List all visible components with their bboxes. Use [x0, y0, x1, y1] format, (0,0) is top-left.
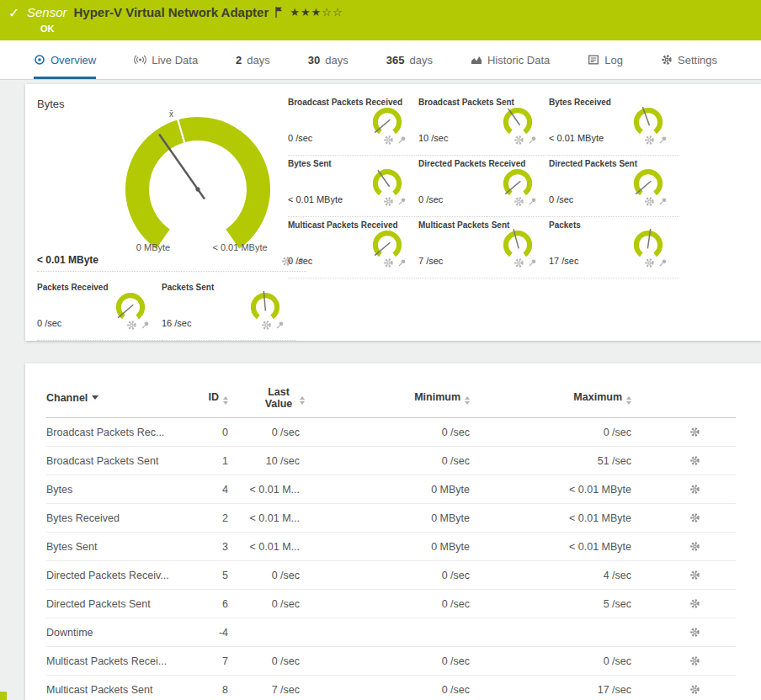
- cell-minimum: 0 /sec: [308, 598, 475, 610]
- gear-icon[interactable]: [383, 257, 394, 268]
- channel-table-body: Broadcast Packets Rec...00 /sec0 /sec0 /…: [46, 418, 736, 700]
- gear-icon[interactable]: [644, 257, 655, 268]
- cell-channel[interactable]: Broadcast Packets Rec...: [46, 427, 196, 438]
- pin-icon[interactable]: [658, 258, 668, 268]
- cell-channel[interactable]: Directed Packets Sent: [46, 598, 196, 610]
- table-row: Directed Packets Sent60 /sec0 /sec5 /sec: [46, 590, 736, 618]
- mini-gauge-tile: Packets17 /sec: [549, 217, 679, 278]
- cell-id: 7: [196, 655, 228, 667]
- main-gauge-scale-max: < 0.01 MByte: [202, 242, 278, 252]
- channel-settings-icon[interactable]: [636, 484, 736, 495]
- cell-maximum: 17 /sec: [475, 684, 636, 696]
- channel-settings-icon[interactable]: [636, 684, 736, 695]
- cell-last-value: 0 /sec: [228, 598, 308, 610]
- sort-icon: [626, 396, 631, 405]
- main-gauge-title: Bytes: [37, 98, 65, 110]
- cell-maximum: 5 /sec: [475, 598, 636, 610]
- channel-settings-icon[interactable]: [636, 598, 736, 609]
- channel-settings-icon[interactable]: [636, 541, 736, 552]
- pin-icon[interactable]: [528, 197, 537, 206]
- cell-id: 4: [196, 484, 228, 496]
- cell-channel[interactable]: Multicast Packets Recei...: [46, 655, 196, 667]
- tab-historic-data[interactable]: Historic Data: [471, 40, 550, 79]
- cell-channel[interactable]: Bytes Sent: [46, 541, 196, 553]
- tab-overview[interactable]: Overview: [34, 40, 96, 79]
- cell-id: 0: [196, 427, 228, 438]
- cell-channel[interactable]: Bytes Received: [46, 512, 196, 524]
- table-row: Bytes Received2< 0.01 M...0 MByte< 0.01 …: [46, 504, 736, 533]
- cell-id: -4: [196, 627, 228, 639]
- gear-icon[interactable]: [383, 135, 394, 146]
- cell-maximum: 0 /sec: [475, 655, 636, 667]
- cell-channel[interactable]: Multicast Packets Sent: [46, 684, 196, 696]
- tab-live-data[interactable]: Live Data: [134, 40, 198, 79]
- column-header-maximum[interactable]: Maximum: [475, 391, 636, 405]
- cell-channel[interactable]: Broadcast Packets Sent: [46, 455, 196, 467]
- tab-label: Settings: [678, 54, 717, 66]
- gear-icon[interactable]: [383, 196, 394, 207]
- cell-channel[interactable]: Directed Packets Receiv...: [46, 570, 196, 581]
- gear-icon[interactable]: [261, 320, 272, 331]
- gauge-value: 0 /sec: [288, 133, 312, 143]
- channel-settings-icon[interactable]: [636, 512, 736, 523]
- channel-settings-icon[interactable]: [636, 627, 736, 638]
- gear-icon[interactable]: [514, 135, 524, 146]
- channel-table: Channel ID Last Value Minimum Maximum Br…: [46, 379, 736, 700]
- gauge-title: Bytes Received: [549, 98, 611, 107]
- tab-30-days[interactable]: 30days: [308, 40, 349, 79]
- tab-settings[interactable]: Settings: [661, 40, 717, 79]
- channel-settings-icon[interactable]: [636, 455, 736, 466]
- pin-icon[interactable]: [397, 258, 407, 268]
- gear-icon[interactable]: [644, 135, 655, 146]
- tab-label: days: [409, 54, 432, 66]
- cell-channel[interactable]: Bytes: [46, 484, 196, 496]
- gear-icon[interactable]: [514, 196, 524, 207]
- gear-icon[interactable]: [126, 320, 137, 331]
- tab-2-days[interactable]: 2days: [236, 40, 270, 79]
- table-row: Broadcast Packets Rec...00 /sec0 /sec0 /…: [46, 418, 736, 447]
- channel-settings-icon[interactable]: [636, 427, 736, 438]
- pin-icon[interactable]: [397, 197, 407, 206]
- mini-gauge-tile: Multicast Packets Sent7 /sec: [418, 217, 549, 278]
- mini-gauge-tile: Directed Packets Sent0 /sec: [549, 156, 679, 217]
- table-row: Bytes Sent3< 0.01 M...0 MByte< 0.01 MByt…: [46, 533, 736, 561]
- gauge-value: 16 /sec: [162, 318, 191, 328]
- pin-icon[interactable]: [658, 135, 668, 145]
- pin-icon[interactable]: [275, 321, 285, 330]
- channel-settings-icon[interactable]: [636, 655, 736, 666]
- gauge-value: 10 /sec: [418, 133, 448, 143]
- column-header-last-value[interactable]: Last Value: [228, 386, 308, 410]
- gear-icon[interactable]: [644, 196, 655, 207]
- cell-last-value: 0 /sec: [228, 655, 308, 667]
- gear-icon[interactable]: [514, 257, 524, 268]
- main-gauge-scale-min: 0 MByte: [128, 242, 178, 252]
- historic-icon: [471, 54, 482, 66]
- priority-flag-icon[interactable]: [275, 7, 283, 18]
- tab-label: days: [247, 54, 269, 66]
- star-rating[interactable]: ★★★☆☆: [290, 6, 343, 19]
- cell-id: 2: [196, 512, 228, 524]
- table-row: Directed Packets Receiv...50 /sec0 /sec4…: [46, 561, 736, 590]
- column-header-minimum[interactable]: Minimum: [308, 391, 475, 405]
- cell-minimum: 0 /sec: [308, 684, 475, 696]
- cell-minimum: 0 /sec: [308, 455, 475, 467]
- tab-365-days[interactable]: 365days: [386, 40, 433, 79]
- gauge-row-2: Packets Received0 /secPackets Sent16 /se…: [37, 279, 296, 341]
- tab-log[interactable]: Log: [588, 40, 623, 79]
- tab-label: Overview: [51, 54, 96, 66]
- pin-icon[interactable]: [528, 258, 537, 268]
- pin-icon[interactable]: [528, 135, 537, 145]
- mini-gauge-tile: Directed Packets Received0 /sec: [418, 156, 549, 217]
- pin-icon[interactable]: [141, 321, 150, 330]
- column-header-id[interactable]: ID: [196, 391, 228, 405]
- cell-minimum: 0 /sec: [308, 655, 475, 667]
- tab-label: days: [325, 54, 348, 66]
- sensor-header: ✓ Sensor Hyper-V Virtual Network Adapter…: [0, 0, 761, 40]
- pin-icon[interactable]: [397, 135, 407, 145]
- pin-icon[interactable]: [658, 197, 668, 206]
- cell-channel[interactable]: Downtime: [46, 627, 196, 639]
- column-header-channel[interactable]: Channel: [46, 392, 196, 404]
- channel-settings-icon[interactable]: [636, 570, 736, 581]
- gauge-title: Packets: [549, 220, 581, 230]
- tab-label: Live Data: [152, 54, 198, 66]
